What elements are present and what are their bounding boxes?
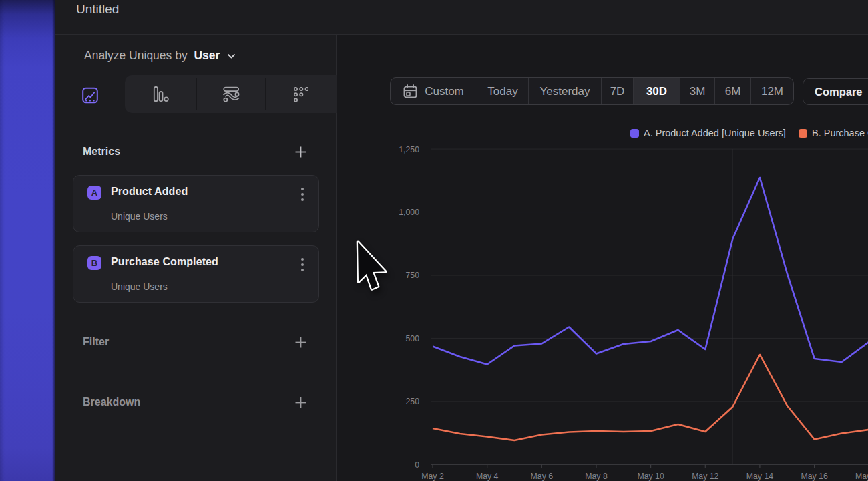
svg-text:May 4: May 4	[476, 472, 499, 481]
svg-text:750: 750	[405, 271, 419, 280]
svg-text:250: 250	[405, 397, 419, 406]
svg-text:0: 0	[415, 460, 419, 470]
svg-text:May 2: May 2	[421, 472, 444, 481]
svg-text:May 6: May 6	[531, 472, 554, 481]
svg-text:May 8: May 8	[585, 472, 608, 481]
svg-text:May 14: May 14	[746, 472, 773, 481]
svg-text:May 10: May 10	[637, 472, 664, 481]
svg-text:1,000: 1,000	[399, 208, 419, 217]
svg-text:May 16: May 16	[801, 472, 827, 481]
svg-text:500: 500	[405, 334, 419, 343]
svg-text:May 18: May 18	[855, 472, 868, 481]
svg-text:1,250: 1,250	[399, 145, 419, 154]
svg-text:May 12: May 12	[692, 472, 718, 481]
